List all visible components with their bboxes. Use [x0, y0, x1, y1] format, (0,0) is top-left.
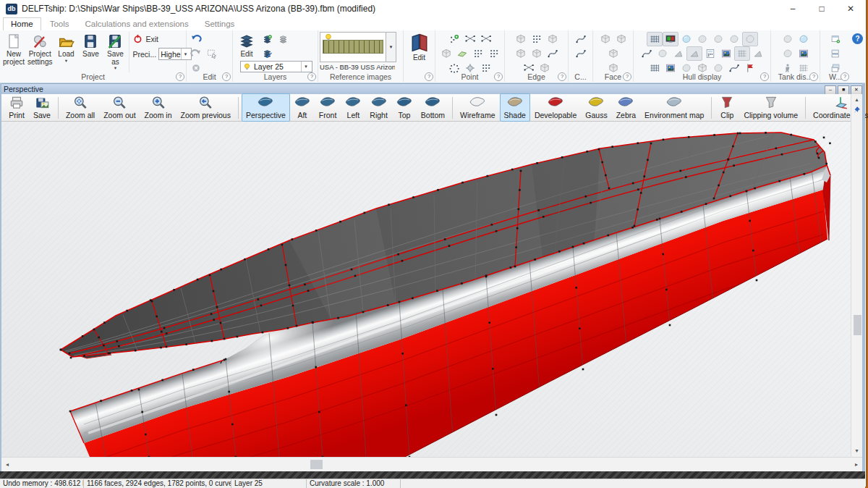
layer-select[interactable]: Layer 25 ▼ — [240, 61, 312, 72]
scroll-left-icon[interactable]: ◂ — [1, 459, 13, 471]
crease-edge-button[interactable] — [513, 46, 529, 61]
split-edge-button[interactable] — [529, 46, 545, 61]
tile-windows-button[interactable] — [827, 46, 843, 61]
developable-button[interactable]: Developable — [530, 93, 581, 122]
add-point-button[interactable] — [446, 32, 462, 46]
swap-edge-button[interactable] — [545, 32, 561, 46]
add-layer-button[interactable] — [259, 32, 275, 46]
save-button[interactable]: Save — [29, 93, 55, 122]
show-markers-button[interactable] — [718, 46, 734, 61]
scroll-down-icon[interactable]: ▾ — [851, 445, 863, 457]
tank-exterior-button[interactable] — [796, 32, 812, 46]
zoom-out-button[interactable]: Zoom out — [99, 93, 140, 122]
menu-tab-calculations-and-extensions[interactable]: Calculations and extensions — [78, 18, 196, 30]
load-button[interactable]: Load▼ — [54, 32, 78, 72]
aft-button[interactable]: Aft — [290, 93, 315, 122]
control-net-button[interactable] — [647, 32, 663, 46]
right-button[interactable]: Right — [365, 93, 392, 122]
interior-edges-button[interactable] — [663, 32, 678, 46]
zoom-all-button[interactable]: Zoom all — [61, 93, 99, 122]
exit-button[interactable]: Exit — [132, 33, 192, 44]
group-help-icon[interactable]: ? — [760, 72, 769, 81]
show-stations-button[interactable] — [694, 32, 710, 46]
check-faces-button[interactable] — [613, 32, 629, 46]
front-button[interactable]: Front — [315, 93, 341, 122]
project-settings-button[interactable]: Project settings — [26, 32, 54, 72]
clip-button[interactable]: Clip — [715, 93, 739, 122]
save-button[interactable]: Save — [78, 32, 103, 72]
vertical-scrollbar[interactable]: ▴ ▾ — [851, 94, 862, 457]
hydrostatic-features-button[interactable] — [702, 46, 718, 61]
print-button[interactable]: Print — [4, 93, 29, 122]
save-as-button[interactable]: Save as▼ — [103, 32, 127, 72]
horizontal-scrollbar-thumb[interactable] — [310, 460, 323, 469]
toolbar-collapse-icon[interactable]: ▴ — [851, 94, 863, 106]
group-help-icon[interactable]: ? — [623, 72, 631, 81]
minimize-button[interactable]: – — [778, 0, 807, 17]
insert-plane-button[interactable] — [438, 46, 454, 61]
perspective-panel-titlebar[interactable]: Perspective – ■ ✕ — [0, 83, 865, 94]
top-button[interactable]: Top — [392, 93, 417, 122]
intersect-layers-button[interactable] — [454, 46, 470, 61]
vertical-scrollbar-thumb[interactable] — [854, 315, 861, 335]
gauss-button[interactable]: Gauss — [581, 93, 611, 122]
left-button[interactable]: Left — [341, 93, 365, 122]
tank-select-button[interactable] — [796, 46, 812, 61]
add-curve-button[interactable] — [573, 32, 589, 46]
zoom-previous-button[interactable]: Zoom previous — [176, 93, 235, 122]
group-help-icon[interactable]: ? — [307, 72, 316, 81]
show-waterlines-button[interactable] — [726, 32, 742, 46]
extrude-edge-button[interactable] — [513, 32, 529, 46]
align-points-button[interactable] — [470, 46, 486, 61]
pin-icon[interactable] — [852, 106, 861, 115]
edit-layers-button[interactable]: Edit — [234, 32, 259, 61]
normals-inside-button[interactable] — [686, 46, 702, 61]
wireframe-button[interactable]: Wireframe — [456, 93, 499, 122]
auto-group-button[interactable] — [275, 32, 291, 46]
redo-button[interactable] — [188, 46, 204, 61]
maximize-button[interactable]: □ — [807, 0, 836, 17]
show-tanks-button[interactable] — [780, 32, 796, 46]
flip-normals-button[interactable] — [605, 46, 621, 61]
layer-properties-button[interactable] — [259, 46, 275, 61]
perspective-button[interactable]: Perspective — [242, 93, 290, 122]
select-button[interactable] — [204, 46, 220, 61]
show-buttocks-button[interactable] — [710, 32, 726, 46]
group-help-icon[interactable]: ? — [841, 72, 849, 81]
edge-tree-button[interactable] — [529, 32, 545, 46]
help-icon[interactable]: ? — [852, 33, 863, 44]
show-diagonals-button[interactable] — [742, 32, 758, 46]
crease-edges-button[interactable] — [678, 32, 694, 46]
bottom-button[interactable]: Bottom — [417, 93, 449, 122]
3d-viewport[interactable] — [1, 122, 851, 457]
group-help-icon[interactable]: ? — [494, 72, 503, 81]
reference-image-dropdown[interactable]: ▼ — [386, 32, 396, 62]
scroll-right-icon[interactable]: ▸ — [851, 459, 862, 471]
project-points-button[interactable] — [486, 46, 502, 61]
group-help-icon[interactable]: ? — [809, 72, 818, 81]
environment-map-button[interactable]: Environment map — [640, 93, 708, 122]
show-cone-button[interactable] — [750, 46, 766, 61]
collapse-point-button[interactable] — [478, 32, 494, 46]
split-point-button[interactable] — [462, 32, 478, 46]
group-help-icon[interactable]: ? — [176, 72, 184, 81]
group-help-icon[interactable]: ? — [425, 72, 433, 81]
show-grid-button[interactable] — [734, 46, 750, 61]
shade-button[interactable]: Shade — [500, 93, 530, 122]
menu-tab-settings[interactable]: Settings — [197, 18, 242, 30]
zebra-button[interactable]: Zebra — [612, 93, 640, 122]
menu-tab-tools[interactable]: Tools — [43, 18, 77, 30]
curvature-button[interactable] — [639, 46, 655, 61]
new-face-button[interactable] — [597, 32, 613, 46]
insert-edge-button[interactable] — [545, 46, 561, 61]
fair-curve-button[interactable] — [573, 46, 589, 61]
group-help-icon[interactable]: ? — [558, 72, 566, 81]
new-project-button[interactable]: New project — [1, 32, 26, 72]
menu-tab-home[interactable]: Home — [3, 17, 41, 30]
group-help-icon[interactable]: ? — [222, 72, 231, 81]
horizontal-scrollbar[interactable]: ◂ ▸ — [1, 457, 862, 471]
zoom-in-button[interactable]: Zoom in — [140, 93, 176, 122]
clipping-volume-button[interactable]: Clipping volume — [739, 93, 802, 122]
reference-image-thumbnail[interactable] — [320, 32, 386, 62]
undo-button[interactable] — [188, 32, 204, 46]
